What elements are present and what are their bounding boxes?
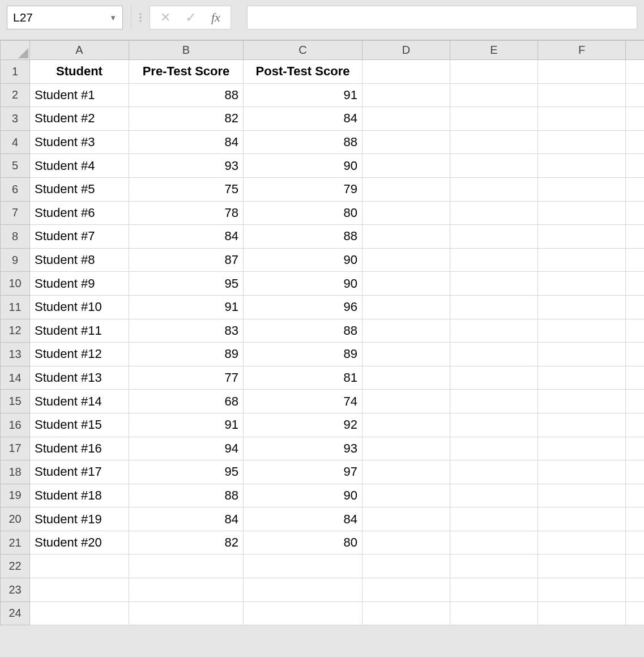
cell[interactable] (450, 201, 538, 225)
cell[interactable]: Student #19 (30, 507, 129, 531)
cell[interactable] (538, 295, 626, 319)
row-header-19[interactable]: 19 (1, 484, 30, 507)
cell[interactable]: Student #14 (30, 390, 129, 413)
cell[interactable] (538, 601, 626, 625)
cell[interactable] (450, 295, 538, 319)
cell[interactable] (626, 248, 645, 272)
row-header-1[interactable]: 1 (1, 60, 30, 84)
cell[interactable] (626, 507, 645, 531)
cell[interactable]: 91 (129, 413, 244, 437)
cell[interactable] (538, 107, 626, 131)
cell[interactable] (450, 390, 538, 413)
cell[interactable] (362, 390, 450, 413)
cell[interactable] (538, 554, 626, 578)
cell[interactable] (626, 130, 645, 154)
cell[interactable] (450, 154, 538, 178)
cell[interactable]: 88 (244, 319, 362, 343)
cell[interactable] (538, 272, 626, 296)
cell[interactable] (450, 578, 538, 602)
cell[interactable]: 89 (129, 343, 244, 366)
cell[interactable]: 68 (129, 390, 244, 413)
row-header-2[interactable]: 2 (1, 83, 30, 107)
cell[interactable]: 91 (129, 295, 244, 319)
cell[interactable] (129, 578, 244, 602)
cell[interactable] (450, 507, 538, 531)
cell[interactable] (538, 390, 626, 413)
cell[interactable] (362, 531, 450, 554)
cell[interactable]: 84 (129, 130, 244, 154)
cell[interactable]: 88 (244, 225, 362, 249)
cell[interactable] (362, 248, 450, 272)
cell[interactable] (538, 437, 626, 460)
cell[interactable] (626, 225, 645, 249)
row-header-22[interactable]: 22 (1, 554, 30, 578)
row-header-9[interactable]: 9 (1, 248, 30, 272)
cell[interactable] (626, 343, 645, 366)
col-header-B[interactable]: B (129, 41, 244, 60)
cell[interactable] (30, 578, 129, 602)
row-header-15[interactable]: 15 (1, 390, 30, 413)
cell[interactable]: 90 (244, 154, 362, 178)
cell[interactable]: 95 (129, 272, 244, 296)
col-header-overflow[interactable] (626, 41, 645, 60)
cell[interactable] (626, 413, 645, 437)
cell[interactable] (626, 60, 645, 84)
cell[interactable]: 75 (129, 177, 244, 201)
cell[interactable] (30, 601, 129, 625)
cell[interactable] (538, 578, 626, 602)
cell[interactable] (362, 343, 450, 366)
cell[interactable]: Student #20 (30, 531, 129, 554)
cell[interactable] (450, 319, 538, 343)
row-header-21[interactable]: 21 (1, 531, 30, 554)
cell[interactable] (450, 225, 538, 249)
cell[interactable] (129, 554, 244, 578)
cell[interactable] (362, 130, 450, 154)
cell[interactable]: 93 (129, 154, 244, 178)
cell[interactable] (538, 484, 626, 507)
cell[interactable]: Student #13 (30, 366, 129, 390)
cell[interactable] (450, 60, 538, 84)
cell[interactable] (626, 531, 645, 554)
row-header-6[interactable]: 6 (1, 177, 30, 201)
cell[interactable] (538, 507, 626, 531)
cell[interactable] (450, 343, 538, 366)
cell[interactable]: 89 (244, 343, 362, 366)
cell[interactable] (626, 484, 645, 507)
cell[interactable] (362, 484, 450, 507)
cell-C1[interactable]: Post-Test Score (244, 60, 362, 84)
cell[interactable] (362, 319, 450, 343)
cell[interactable] (538, 83, 626, 107)
cell[interactable]: Student #6 (30, 201, 129, 225)
cell[interactable]: 92 (244, 413, 362, 437)
cell[interactable]: 80 (244, 201, 362, 225)
cell[interactable]: 88 (129, 83, 244, 107)
cell[interactable]: 94 (129, 437, 244, 460)
cell[interactable]: Student #5 (30, 177, 129, 201)
cell[interactable] (450, 437, 538, 460)
cell[interactable] (244, 554, 362, 578)
cell[interactable] (538, 225, 626, 249)
cell[interactable]: 82 (129, 107, 244, 131)
cell[interactable] (538, 413, 626, 437)
cell[interactable]: Student #9 (30, 272, 129, 296)
cell[interactable] (626, 295, 645, 319)
cell-B1[interactable]: Pre-Test Score (129, 60, 244, 84)
cell[interactable] (362, 460, 450, 484)
cell[interactable] (362, 413, 450, 437)
cell[interactable] (626, 201, 645, 225)
cell[interactable] (362, 366, 450, 390)
fx-icon[interactable]: fx (211, 10, 220, 25)
row-header-18[interactable]: 18 (1, 460, 30, 484)
cell[interactable] (362, 578, 450, 602)
cell[interactable] (450, 460, 538, 484)
cell[interactable] (538, 60, 626, 84)
cell[interactable]: 84 (129, 225, 244, 249)
row-header-24[interactable]: 24 (1, 601, 30, 625)
cell[interactable] (450, 484, 538, 507)
row-header-14[interactable]: 14 (1, 366, 30, 390)
cell[interactable]: 78 (129, 201, 244, 225)
cell[interactable]: 91 (244, 83, 362, 107)
cancel-icon[interactable]: ✕ (160, 10, 170, 25)
cell[interactable] (450, 83, 538, 107)
cell[interactable]: 87 (129, 248, 244, 272)
